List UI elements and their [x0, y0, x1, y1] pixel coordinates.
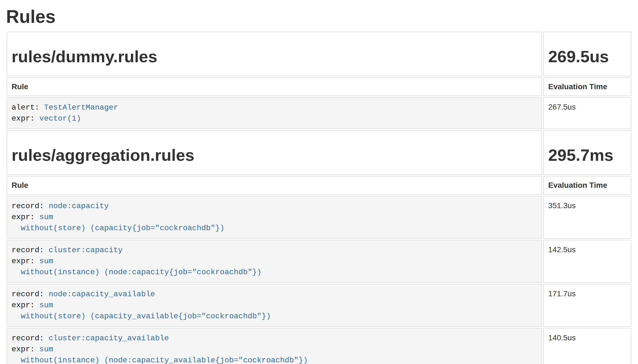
rule-expression-link[interactable]: sum — [39, 213, 53, 221]
rule-expression-link[interactable]: cluster:capacity — [48, 246, 123, 254]
group-file-cell: rules/aggregation.rules — [7, 130, 542, 175]
evaluation-time-cell: 171.7us — [543, 284, 631, 327]
rule-keyword: record: — [12, 202, 48, 210]
rules-table-body: rules/dummy.rules 269.5us Rule Evaluatio… — [7, 32, 631, 364]
rules-table: rules/dummy.rules 269.5us Rule Evaluatio… — [6, 31, 632, 364]
rule-definition-cell: alert: TestAlertManagerexpr: vector(1) — [7, 97, 542, 129]
table-row: record: node:capacity_availableexpr: sum… — [7, 284, 631, 327]
rule-keyword: record: — [12, 290, 48, 298]
group-evaluation-total: 269.5us — [548, 48, 626, 66]
page-title: Rules — [6, 7, 632, 27]
rule-expression-link[interactable]: sum — [39, 257, 53, 265]
rule-keyword: expr: — [12, 345, 39, 354]
evaluation-time-cell: 142.5us — [543, 240, 631, 283]
rule-keyword: record: — [12, 334, 48, 343]
group-evaluation-total: 295.7ms — [548, 146, 626, 164]
group-header-row: rules/dummy.rules 269.5us — [7, 32, 631, 76]
rule-keyword: alert: — [12, 103, 44, 112]
group-total-cell: 295.7ms — [543, 130, 631, 175]
table-row: record: cluster:capacityexpr: sum withou… — [7, 240, 631, 283]
rule-column-header: Rule — [7, 176, 542, 195]
table-row: record: cluster:capacity_availableexpr: … — [7, 328, 631, 364]
rule-expression-link[interactable]: vector(1) — [39, 114, 81, 123]
group-file-name: rules/aggregation.rules — [12, 146, 537, 164]
rule-keyword: expr: — [12, 257, 39, 265]
evaluation-time-cell: 351.3us — [543, 196, 631, 239]
rule-expression-link[interactable]: sum — [39, 301, 53, 309]
rule-keyword: record: — [12, 246, 48, 254]
rules-page: Rules rules/dummy.rules 269.5us Rule Eva… — [0, 7, 638, 364]
evaluation-time-cell: 140.5us — [543, 328, 631, 364]
group-total-cell: 269.5us — [543, 32, 631, 76]
rule-definition-cell: record: cluster:capacity_availableexpr: … — [7, 328, 542, 364]
evaluation-time-cell: 267.5us — [543, 97, 631, 129]
rule-definition-cell: record: node:capacityexpr: sum without(s… — [7, 196, 542, 239]
rule-keyword: expr: — [12, 114, 39, 123]
rule-expression-link[interactable]: cluster:capacity_available — [48, 334, 169, 343]
evaluation-time-column-header: Evaluation Time — [543, 77, 631, 96]
group-file-name: rules/dummy.rules — [12, 48, 537, 66]
rule-keyword: expr: — [12, 301, 39, 309]
evaluation-time-column-header: Evaluation Time — [543, 176, 631, 195]
group-header-row: rules/aggregation.rules 295.7ms — [7, 130, 631, 175]
table-row: record: node:capacityexpr: sum without(s… — [7, 196, 631, 239]
rule-keyword: expr: — [12, 213, 39, 221]
rule-expression-link[interactable]: TestAlertManager — [44, 103, 118, 112]
column-header-row: Rule Evaluation Time — [7, 77, 631, 96]
rule-expression-link[interactable]: sum — [39, 345, 53, 354]
column-header-row: Rule Evaluation Time — [7, 176, 631, 195]
rule-definition-cell: record: node:capacity_availableexpr: sum… — [7, 284, 542, 327]
rule-expression-link[interactable]: without(store) (capacity{job="cockroachd… — [12, 224, 225, 232]
rule-column-header: Rule — [7, 77, 542, 96]
rule-definition-cell: record: cluster:capacityexpr: sum withou… — [7, 240, 542, 283]
group-file-cell: rules/dummy.rules — [7, 32, 542, 76]
rule-expression-link[interactable]: node:capacity — [48, 202, 109, 210]
table-row: alert: TestAlertManagerexpr: vector(1) 2… — [7, 97, 631, 129]
rule-expression-link[interactable]: node:capacity_available — [48, 290, 155, 298]
rule-expression-link[interactable]: without(instance) (node:capacity_availab… — [12, 356, 308, 364]
rule-expression-link[interactable]: without(instance) (node:capacity{job="co… — [12, 268, 261, 276]
rule-expression-link[interactable]: without(store) (capacity_available{job="… — [12, 312, 271, 320]
